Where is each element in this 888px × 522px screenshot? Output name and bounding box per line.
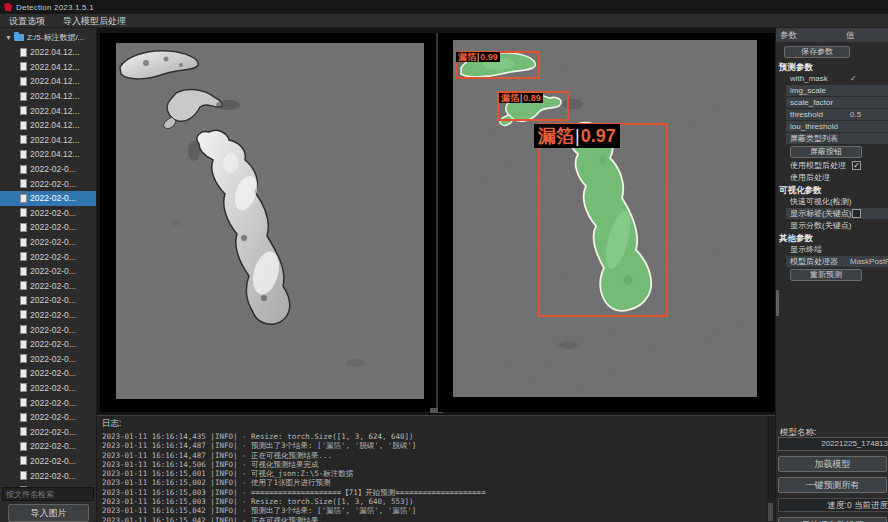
param-row[interactable]: 模型后处理器MaskPostPro	[786, 256, 888, 267]
sidebar-file-item[interactable]: 2022-02-0...	[0, 322, 97, 337]
param-section-title: 其他参数	[776, 232, 888, 244]
file-icon	[20, 194, 27, 203]
file-label: 2022-02-0...	[30, 427, 76, 437]
param-name: 使用后处理	[786, 172, 888, 183]
file-label: 2022-02-0...	[30, 179, 76, 189]
params-scrollbar[interactable]	[776, 290, 779, 316]
param-row[interactable]: 屏蔽类型列表	[786, 133, 888, 144]
checkbox[interactable]: ✓	[852, 161, 861, 170]
model-name-field[interactable]: 20221225_174813	[778, 437, 888, 451]
param-row: 显示分数(关键点)	[786, 220, 888, 231]
app-icon	[4, 3, 12, 12]
tree-root-item[interactable]: ▼ Z:/5-标注数据/...	[0, 30, 84, 44]
file-icon	[20, 77, 27, 86]
sidebar-file-item[interactable]: 2022-02-0...	[0, 381, 97, 396]
param-name: 显示分数(关键点)	[786, 220, 888, 231]
load-model-button[interactable]: 加载模型	[778, 456, 887, 472]
detection-bbox	[538, 123, 668, 317]
param-button[interactable]: 重新预测	[790, 269, 862, 281]
file-label: 2022-02-0...	[30, 193, 76, 203]
file-icon	[20, 92, 27, 101]
sidebar-file-item[interactable]: 2022-02-0...	[0, 351, 97, 366]
file-label: 2022-02-0...	[30, 471, 76, 481]
param-name: with_mask	[786, 73, 888, 84]
detection-label: 漏箔|0.99	[456, 52, 500, 62]
save-params-button[interactable]: 保存参数	[784, 46, 850, 58]
import-images-button[interactable]: 导入图片	[8, 504, 89, 522]
param-name: iou_threshold	[786, 121, 888, 132]
sidebar-file-item[interactable]: 2022-02-0...	[0, 249, 97, 264]
search-input[interactable]	[2, 487, 94, 501]
param-name: 显示标签(关键点)	[786, 208, 888, 219]
sidebar-file-item[interactable]: 2022-02-0...	[0, 366, 97, 381]
sidebar-file-item[interactable]: 2022-02-0...	[0, 235, 97, 250]
sidebar-file-item[interactable]: 2022.04.12...	[0, 74, 97, 89]
file-icon	[20, 150, 27, 159]
param-section-title: 可视化参数	[776, 184, 888, 196]
param-name: scale_factor	[786, 97, 888, 108]
file-label: 2022-02-0...	[30, 325, 76, 335]
sidebar-file-item[interactable]: 2022-02-0...	[0, 176, 97, 191]
sidebar-file-item[interactable]: 2022-02-0...	[0, 410, 97, 425]
param-button[interactable]: 屏蔽按钮	[790, 146, 862, 158]
file-label: 2022.04.12...	[30, 149, 80, 159]
menu-item-settings[interactable]: 设置选项	[0, 14, 54, 28]
checkbox[interactable]	[852, 209, 861, 218]
param-value: MaskPostPro	[850, 256, 888, 267]
sidebar-file-item[interactable]: 2022-02-0...	[0, 279, 97, 294]
file-icon	[20, 340, 27, 349]
sidebar-file-item[interactable]: 2022.04.12...	[0, 60, 97, 75]
chevron-down-icon[interactable]: ▼	[5, 34, 12, 41]
param-row[interactable]: iou_threshold	[786, 121, 888, 132]
sidebar-file-item[interactable]: 2022-02-0...	[0, 454, 97, 469]
param-row[interactable]: threshold0.5	[786, 109, 888, 120]
param-section-title: 预测参数	[776, 61, 888, 73]
sidebar-file-item[interactable]: 2022-02-0...	[0, 395, 97, 410]
sidebar-file-item[interactable]: 2022-02-0...	[0, 206, 97, 221]
param-name: threshold	[786, 109, 888, 120]
param-row[interactable]: 显示标签(关键点)	[786, 208, 888, 219]
file-label: 2022-02-0...	[30, 398, 76, 408]
sidebar-file-item[interactable]: 2022-02-0...	[0, 468, 97, 483]
sidebar-file-item[interactable]: 2022.04.12...	[0, 147, 97, 162]
file-icon	[20, 296, 27, 305]
postprocess-settings-button[interactable]: 后处理参数设置	[778, 517, 887, 522]
sidebar-file-item[interactable]: 2022-02-0...	[0, 337, 97, 352]
label-separator: |	[575, 126, 580, 146]
title-bar: Detection 2023.1.5.1	[0, 0, 888, 14]
sidebar-file-item[interactable]: 2022-02-0...	[0, 191, 97, 206]
detection-class: 漏箔	[501, 93, 519, 103]
file-label: 2022-02-0...	[30, 208, 76, 218]
sidebar-file-item[interactable]: 2022-02-0...	[0, 293, 97, 308]
sidebar-file-item[interactable]: 2022-02-0...	[0, 308, 97, 323]
param-row[interactable]: img_scale	[786, 85, 888, 96]
sidebar-file-item[interactable]: 2022-02-0...	[0, 220, 97, 235]
sidebar-file-item[interactable]: 2022.04.12...	[0, 118, 97, 133]
file-label: 2022-02-0...	[30, 281, 76, 291]
file-icon	[20, 267, 27, 276]
param-value: 0.5	[850, 109, 861, 120]
source-image-canvas[interactable]	[116, 43, 424, 399]
file-list: 2022.04.12...2022.04.12...2022.04.12...2…	[0, 45, 97, 507]
file-label: 2022-02-0...	[30, 412, 76, 422]
sidebar-file-item[interactable]: 2022.04.12...	[0, 89, 97, 104]
sidebar-file-item[interactable]: 2022-02-0...	[0, 439, 97, 454]
menu-item-import-postprocess[interactable]: 导入模型后处理	[54, 14, 135, 28]
log-line: 2023-01-11 16:16:14,487 |INFO| - 正在可视化预测…	[102, 451, 775, 460]
log-scrollbar[interactable]	[767, 416, 774, 522]
param-name: 快速可视化(检测)	[786, 196, 888, 207]
file-label: 2022-02-0...	[30, 339, 76, 349]
param-row: 显示终端	[786, 244, 888, 255]
sidebar-file-item[interactable]: 2022-02-0...	[0, 264, 97, 279]
log-scrollbar-thumb[interactable]	[768, 503, 773, 521]
log-line: 2023-01-11 16:16:15,003 |INFO| - Resize:…	[102, 497, 775, 506]
sidebar-file-item[interactable]: 2022.04.12...	[0, 45, 97, 60]
predict-all-button[interactable]: 一键预测所有	[778, 477, 887, 493]
param-name: 显示终端	[786, 244, 888, 255]
sidebar-file-item[interactable]: 2022.04.12...	[0, 133, 97, 148]
sidebar-file-item[interactable]: 2022-02-0...	[0, 424, 97, 439]
param-name: 使用模型后处理	[786, 160, 888, 171]
sidebar-file-item[interactable]: 2022-02-0...	[0, 162, 97, 177]
sidebar-file-item[interactable]: 2022.04.12...	[0, 103, 97, 118]
param-row[interactable]: scale_factor	[786, 97, 888, 108]
